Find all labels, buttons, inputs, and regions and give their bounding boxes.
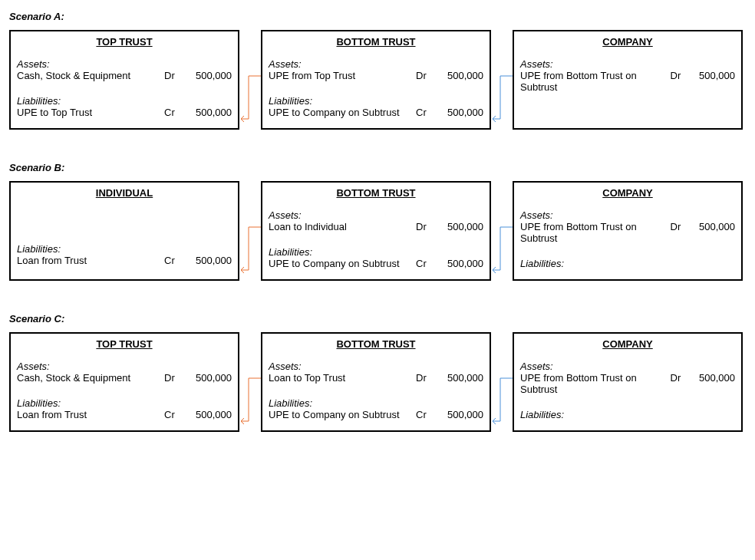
scenario-c-box-bottom-trust: BOTTOM TRUST Assets: Loan to Top Trust D… (261, 332, 491, 432)
assets-label: Assets: (520, 361, 735, 372)
line-drcr: Dr (416, 372, 437, 384)
line-amt: 500,000 (186, 372, 232, 384)
line-amt: 500,000 (186, 409, 232, 420)
assets-label: Assets: (520, 58, 735, 70)
entity-title: INDIVIDUAL (17, 187, 232, 199)
line-amt: 500,000 (437, 221, 483, 232)
scenario-a-box-top-trust: TOP TRUST Assets: Cash, Stock & Equipmen… (9, 30, 239, 130)
connector-arrow-icon (491, 73, 514, 122)
liab-label: Liabilities: (17, 95, 232, 107)
line-item: UPE to Top Trust Cr 500,000 (17, 107, 232, 118)
scenario-a-row: TOP TRUST Assets: Cash, Stock & Equipmen… (9, 30, 746, 130)
line-amt: 500,000 (186, 70, 232, 81)
line-drcr: Dr (671, 221, 691, 232)
line-desc: UPE from Bottom Trust on Subtrust (520, 70, 671, 93)
line-desc: Loan to Individual (269, 221, 416, 232)
connector-arrow-icon (239, 224, 262, 273)
liab-label: Liabilities: (520, 258, 735, 269)
line-desc: UPE from Bottom Trust on Subtrust (520, 372, 671, 395)
entity-title: COMPANY (520, 187, 735, 199)
scenario-c-row: TOP TRUST Assets: Cash, Stock & Equipmen… (9, 332, 746, 432)
line-desc: UPE from Bottom Trust on Subtrust (520, 221, 671, 244)
line-drcr: Dr (416, 221, 437, 232)
scenario-b-box-individual: INDIVIDUAL Liabilities: Loan from Trust … (9, 181, 239, 281)
line-drcr: Cr (416, 107, 437, 118)
entity-title: COMPANY (520, 36, 735, 48)
line-desc: UPE to Top Trust (17, 107, 164, 118)
assets-label: Assets: (17, 58, 232, 70)
liab-label: Liabilities: (269, 95, 483, 107)
line-item: Loan from Trust Cr 500,000 (17, 255, 232, 266)
line-amt: 500,000 (691, 70, 735, 81)
connector-arrow-icon (491, 375, 514, 424)
assets-label: Assets: (269, 58, 483, 70)
scenario-b-box-company: COMPANY Assets: UPE from Bottom Trust on… (513, 181, 743, 281)
line-item: UPE from Bottom Trust on Subtrust Dr 500… (520, 70, 735, 93)
line-item: UPE to Company on Subtrust Cr 500,000 (269, 258, 483, 269)
line-drcr: Cr (416, 409, 437, 420)
line-item: UPE from Bottom Trust on Subtrust Dr 500… (520, 221, 735, 244)
scenario-c-box-company: COMPANY Assets: UPE from Bottom Trust on… (513, 332, 743, 432)
line-desc: Cash, Stock & Equipment (17, 372, 164, 384)
scenario-a-label: Scenario A: (9, 11, 746, 22)
scenario-a-box-company: COMPANY Assets: UPE from Bottom Trust on… (513, 30, 743, 130)
scenario-c-box-top-trust: TOP TRUST Assets: Cash, Stock & Equipmen… (9, 332, 239, 432)
line-drcr: Cr (164, 107, 186, 118)
line-amt: 500,000 (437, 372, 483, 384)
line-drcr: Dr (671, 372, 691, 384)
assets-label: Assets: (269, 209, 483, 221)
line-desc: Cash, Stock & Equipment (17, 70, 164, 81)
entity-title: TOP TRUST (17, 36, 232, 48)
line-drcr: Cr (164, 255, 186, 266)
line-drcr: Cr (416, 258, 437, 269)
scenario-c-label: Scenario C: (9, 313, 746, 324)
liab-label: Liabilities: (269, 246, 483, 258)
entity-title: COMPANY (520, 338, 735, 350)
line-desc: UPE to Company on Subtrust (269, 107, 416, 118)
line-item: Loan to Individual Dr 500,000 (269, 221, 483, 232)
line-item: UPE from Top Trust Dr 500,000 (269, 70, 483, 81)
assets-label: Assets: (520, 209, 735, 221)
entity-title: BOTTOM TRUST (269, 187, 483, 199)
line-item: Cash, Stock & Equipment Dr 500,000 (17, 70, 232, 81)
scenario-a-box-bottom-trust: BOTTOM TRUST Assets: UPE from Top Trust … (261, 30, 491, 130)
connector-arrow-icon (239, 375, 262, 424)
line-amt: 500,000 (186, 107, 232, 118)
assets-label: Assets: (17, 361, 232, 372)
line-item: UPE to Company on Subtrust Cr 500,000 (269, 107, 483, 118)
line-drcr: Dr (164, 372, 186, 384)
line-amt: 500,000 (437, 409, 483, 420)
line-amt: 500,000 (437, 258, 483, 269)
line-drcr: Dr (416, 70, 437, 81)
scenario-b-label: Scenario B: (9, 162, 746, 173)
entity-title: BOTTOM TRUST (269, 36, 483, 48)
assets-label: Assets: (269, 361, 483, 372)
line-item: Cash, Stock & Equipment Dr 500,000 (17, 372, 232, 384)
scenario-b-row: INDIVIDUAL Liabilities: Loan from Trust … (9, 181, 746, 281)
entity-title: BOTTOM TRUST (269, 338, 483, 350)
line-amt: 500,000 (437, 107, 483, 118)
liab-label: Liabilities: (17, 243, 232, 255)
line-desc: Loan from Trust (17, 255, 164, 266)
line-amt: 500,000 (186, 255, 232, 266)
line-amt: 500,000 (691, 372, 735, 384)
line-desc: Loan from Trust (17, 409, 164, 420)
line-desc: Loan to Top Trust (269, 372, 416, 384)
line-drcr: Cr (164, 409, 186, 420)
line-drcr: Dr (671, 70, 691, 81)
scenario-b-box-bottom-trust: BOTTOM TRUST Assets: Loan to Individual … (261, 181, 491, 281)
entity-title: TOP TRUST (17, 338, 232, 350)
line-item: UPE from Bottom Trust on Subtrust Dr 500… (520, 372, 735, 395)
line-item: Loan from Trust Cr 500,000 (17, 409, 232, 420)
line-amt: 500,000 (691, 221, 735, 232)
line-desc: UPE to Company on Subtrust (269, 409, 416, 420)
line-desc: UPE from Top Trust (269, 70, 416, 81)
connector-arrow-icon (491, 224, 514, 273)
line-drcr: Dr (164, 70, 186, 81)
liab-label: Liabilities: (269, 397, 483, 409)
line-item: Loan to Top Trust Dr 500,000 (269, 372, 483, 384)
connector-arrow-icon (239, 73, 262, 122)
line-amt: 500,000 (437, 70, 483, 81)
liab-label: Liabilities: (520, 409, 735, 420)
liab-label: Liabilities: (17, 397, 232, 409)
